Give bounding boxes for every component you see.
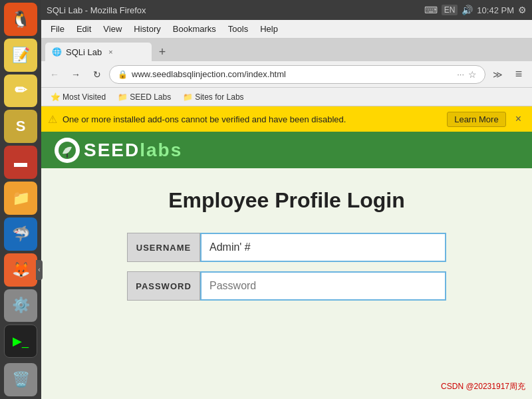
trash-icon[interactable]: 🗑️: [4, 363, 37, 396]
bookmark-seed-labs[interactable]: 📁 SEED Labs: [114, 91, 175, 103]
seed-logo-text: SEEDlabs: [84, 140, 182, 161]
window-title: SQLi Lab - Mozilla Firefox: [47, 5, 146, 15]
seed-text: SEED: [84, 140, 140, 160]
ubuntu-icon[interactable]: 🐧: [4, 3, 37, 36]
menu-view[interactable]: View: [98, 22, 127, 36]
system-settings-icon: ⚙: [518, 5, 527, 15]
browser-window: SQLi Lab - Mozilla Firefox ⌨ EN 🔊 10:42 …: [41, 0, 532, 399]
password-input[interactable]: [200, 271, 446, 301]
reload-button[interactable]: ↻: [88, 65, 106, 84]
tab-bar: 🌐 SQLi Lab × +: [41, 39, 532, 61]
back-button[interactable]: ←: [45, 65, 64, 84]
seed-header: SEEDlabs: [41, 132, 532, 168]
address-bar[interactable]: 🔒 www.seedlabsqlinjection.com/index.html…: [109, 65, 485, 84]
notification-text: One or more installed add-ons cannot be …: [63, 114, 442, 124]
seed-labs-label: SEED Labs: [130, 92, 171, 102]
username-row: USERNAME: [127, 233, 446, 262]
bookmark-star-icon[interactable]: ☆: [468, 69, 477, 80]
tab-close-btn[interactable]: ×: [108, 48, 112, 56]
tab-label: SQLi Lab: [66, 47, 102, 57]
new-tab-button[interactable]: +: [153, 43, 172, 61]
address-bar-icons: ··· ☆: [457, 69, 477, 80]
language-indicator: EN: [442, 5, 458, 15]
menu-help[interactable]: Help: [255, 22, 283, 36]
login-area: Employee Profile Login USERNAME PASSWORD: [41, 168, 532, 399]
seed-logo: SEEDlabs: [55, 138, 182, 163]
hamburger-menu-button[interactable]: ≡: [509, 65, 528, 84]
tab-sqli-lab[interactable]: 🌐 SQLi Lab ×: [45, 43, 152, 61]
bookmark-most-visited[interactable]: ⭐ Most Visited: [47, 91, 110, 103]
menu-tools[interactable]: Tools: [223, 22, 253, 36]
most-visited-icon: ⭐: [51, 92, 61, 102]
forward-button[interactable]: →: [66, 65, 85, 84]
overflow-menu-button[interactable]: ≫: [488, 65, 507, 84]
menu-history[interactable]: History: [128, 22, 166, 36]
most-visited-label: Most Visited: [63, 92, 106, 102]
learn-more-button[interactable]: Learn More: [447, 112, 505, 127]
menu-edit[interactable]: Edit: [71, 22, 96, 36]
password-label: PASSWORD: [127, 271, 200, 301]
settings-icon[interactable]: ⚙️: [4, 289, 37, 323]
warning-icon: ⚠: [48, 113, 57, 126]
clock: 10:42 PM: [477, 5, 514, 15]
notification-bar: ⚠ One or more installed add-ons cannot b…: [41, 106, 532, 132]
gedit-icon[interactable]: S: [4, 110, 37, 143]
sites-for-labs-label: Sites for Labs: [195, 92, 243, 102]
username-label: USERNAME: [127, 233, 200, 262]
address-bar-row: ← → ↻ 🔒 www.seedlabsqlinjection.com/inde…: [41, 61, 532, 88]
keyboard-indicator: ⌨: [424, 5, 438, 15]
seed-logo-icon: [55, 138, 80, 163]
url-text: www.seedlabsqlinjection.com/index.html: [132, 69, 453, 79]
bookmarks-bar: ⭐ Most Visited 📁 SEED Labs 📁 Sites for L…: [41, 88, 532, 106]
reader-mode-icon[interactable]: ···: [457, 69, 464, 80]
notification-close-button[interactable]: ×: [511, 112, 525, 126]
seed-labs-folder-icon: 📁: [118, 92, 128, 102]
menu-bookmarks[interactable]: Bookmarks: [168, 22, 221, 36]
username-input[interactable]: [200, 233, 446, 262]
labs-text: labs: [140, 140, 182, 160]
login-title: Employee Profile Login: [168, 188, 405, 213]
lock-icon: 🔒: [118, 70, 128, 79]
sidebar-collapse-btn[interactable]: ‹: [36, 260, 43, 280]
title-bar-controls: ⌨ EN 🔊 10:42 PM ⚙: [424, 5, 527, 15]
page-content: SEEDlabs Employee Profile Login USERNAME…: [41, 132, 532, 399]
menu-file[interactable]: File: [45, 22, 70, 36]
red-app-icon[interactable]: ▬: [4, 146, 37, 179]
bookmark-sites-for-labs[interactable]: 📁 Sites for Labs: [179, 91, 247, 103]
sidebar: 🐧 📝 ✏ S ▬ 📁 🦈 🦊 ‹ ⚙️ ▶_ 🗑️: [0, 0, 41, 399]
title-bar: SQLi Lab - Mozilla Firefox ⌨ EN 🔊 10:42 …: [41, 0, 532, 20]
text-editor-icon[interactable]: ✏: [4, 74, 37, 108]
menu-bar: File Edit View History Bookmarks Tools H…: [41, 20, 532, 39]
sites-for-labs-folder-icon: 📁: [183, 92, 193, 102]
firefox-icon[interactable]: 🦊: [4, 253, 37, 287]
folder-icon[interactable]: 📁: [4, 182, 37, 215]
files-icon[interactable]: 📝: [4, 39, 37, 72]
volume-icon: 🔊: [462, 5, 473, 15]
password-row: PASSWORD: [127, 271, 446, 301]
wireshark-icon[interactable]: 🦈: [4, 217, 37, 251]
terminal-icon[interactable]: ▶_: [4, 325, 37, 358]
